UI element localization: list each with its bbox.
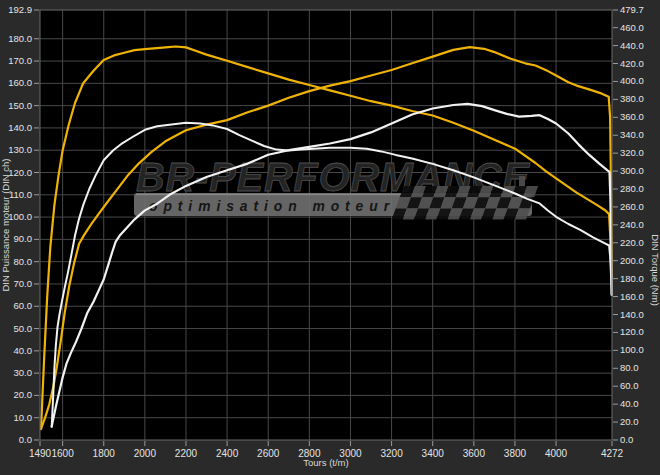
y-left-tick-label: 0.0 [19,434,32,445]
y-left-tick-label: 30.0 [14,367,33,378]
y-right-tick-label: 240.0 [620,219,644,230]
y-right-tick-label: 80.0 [620,362,639,373]
y-left-tick-label: 110.0 [9,189,32,200]
y-right-tick-label: 260.0 [620,201,644,212]
y-right-axis-title: DIN Torque (Nm) [650,234,660,306]
watermark-tagline-text: optimisation moteur [149,198,395,214]
y-left-tick-label: 140.0 [8,122,32,133]
y-right-tick-label: 400.0 [620,75,644,86]
y-right-tick-label: 120.0 [620,326,644,337]
x-tick-label: 1490 [29,448,52,459]
y-left-tick-label: 130.0 [8,144,32,155]
y-right-tick-label: 20.0 [620,416,639,427]
y-right-tick-label: 40.0 [620,398,639,409]
y-left-tick-label: 80.0 [14,256,33,267]
x-tick-label: 2200 [175,448,198,459]
x-tick-label: 4272 [601,448,624,459]
y-right-tick-label: 180.0 [620,273,644,284]
y-right-tick-label: 340.0 [620,129,644,140]
y-right-tick-label: 380.0 [620,93,644,104]
dyno-chart: BR-PERFORMANCE optimisation moteur 0.010… [0,0,660,475]
y-left-tick-label: 170.0 [8,55,32,66]
y-left-tick-label: 180.0 [8,33,32,44]
y-left-tick-label: 70.0 [14,278,33,289]
x-tick-label: 1800 [93,448,116,459]
y-right-tick-label: 460.0 [620,22,644,33]
plot-background [40,10,612,440]
y-right-tick-label: 420.0 [620,58,644,69]
x-tick-label: 2400 [216,448,239,459]
y-left-tick-label: 10.0 [14,412,33,423]
y-right-tick-label: 280.0 [620,183,644,194]
y-left-tick-label: 20.0 [14,389,33,400]
y-left-tick-label: 150.0 [8,100,32,111]
dyno-chart-svg: BR-PERFORMANCE optimisation moteur 0.010… [0,0,660,475]
y-right-tick-label: 60.0 [620,380,639,391]
checkered-flag [392,186,539,220]
y-right-tick-label: 360.0 [620,111,644,122]
x-tick-label: 2000 [134,448,157,459]
y-right-tick-label: 320.0 [620,147,644,158]
y-left-tick-label: 192.9 [8,4,32,15]
x-tick-label: 4000 [545,448,568,459]
y-right-tick-label: 140.0 [620,309,644,320]
x-tick-label: 3200 [380,448,403,459]
y-left-tick-label: 100.0 [8,211,32,222]
y-left-tick-label: 40.0 [14,345,33,356]
y-right-tick-label: 479.7 [620,4,644,15]
y-left-tick-label: 120.0 [8,167,32,178]
y-left-tick-label: 90.0 [14,233,33,244]
y-right-tick-label: 0.0 [620,434,633,445]
x-tick-label: 2600 [257,448,280,459]
y-right-tick-label: 220.0 [620,237,644,248]
x-axis-title: Tours (t/m) [303,457,348,468]
brand-watermark: BR-PERFORMANCE optimisation moteur [134,155,538,220]
y-left-axis-title: DIN Puissance moteur (DIN ch) [0,158,11,291]
y-right-tick-label: 100.0 [620,344,644,355]
x-tick-label: 3800 [504,448,527,459]
y-right-tick-label: 300.0 [620,165,644,176]
x-tick-label: 3600 [463,448,486,459]
y-right-tick-label: 160.0 [620,291,644,302]
y-right-tick-label: 200.0 [620,255,644,266]
x-tick-label: 3400 [422,448,445,459]
x-tick-label: 1600 [51,448,74,459]
y-left-tick-label: 50.0 [14,323,33,334]
y-right-tick-label: 440.0 [620,40,644,51]
y-left-tick-label: 160.0 [8,77,32,88]
y-left-tick-label: 60.0 [14,300,33,311]
